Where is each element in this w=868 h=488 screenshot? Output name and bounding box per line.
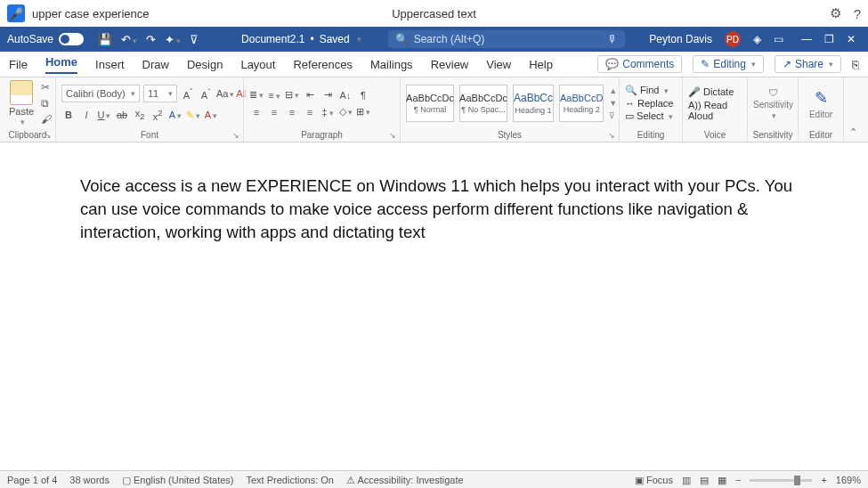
- status-page[interactable]: Page 1 of 4: [7, 475, 57, 485]
- styles-up-icon[interactable]: ▲: [609, 86, 617, 95]
- print-layout-icon[interactable]: ▤: [700, 475, 709, 486]
- help-icon[interactable]: ?: [854, 6, 861, 21]
- redo-icon[interactable]: ↷: [146, 33, 156, 46]
- paste-button[interactable]: Paste: [9, 106, 34, 117]
- tab-references[interactable]: References: [293, 58, 352, 71]
- styles-launcher[interactable]: ↘: [608, 131, 615, 140]
- focus-mode-button[interactable]: ▣ Focus: [635, 475, 673, 486]
- autosave-toggle[interactable]: [59, 33, 84, 45]
- strike-icon[interactable]: ab: [115, 110, 129, 120]
- shading-icon[interactable]: ◇▾: [338, 106, 353, 118]
- italic-icon[interactable]: I: [79, 110, 93, 120]
- qat-more-icon[interactable]: ✦▾: [165, 33, 181, 46]
- document-name[interactable]: Document2.1: [241, 33, 304, 45]
- style-heading1[interactable]: AaBbCcHeading 1: [513, 85, 554, 122]
- styles-down-icon[interactable]: ▼: [609, 99, 617, 108]
- style-no-spacing[interactable]: AaBbCcDc¶ No Spac...: [459, 85, 507, 122]
- format-painter-icon[interactable]: 🖌: [41, 113, 52, 126]
- search-mic-icon[interactable]: 🎙: [607, 33, 618, 45]
- status-words[interactable]: 38 words: [69, 475, 110, 485]
- zoom-in-button[interactable]: +: [821, 475, 826, 485]
- paragraph-launcher[interactable]: ↘: [389, 131, 396, 140]
- text-effects-icon[interactable]: A▾: [168, 110, 183, 120]
- shrink-font-icon[interactable]: Aˇ: [199, 87, 213, 101]
- share-button[interactable]: ↗ Share ▾: [775, 55, 841, 73]
- grow-font-icon[interactable]: Aˆ: [181, 87, 195, 101]
- zoom-level[interactable]: 169%: [836, 475, 861, 485]
- tab-design[interactable]: Design: [187, 58, 223, 71]
- align-left-icon[interactable]: ≡: [249, 107, 264, 118]
- tab-mailings[interactable]: Mailings: [370, 58, 413, 71]
- copy-icon[interactable]: ⧉: [41, 97, 52, 110]
- style-heading2[interactable]: AaBbCcDHeading 2: [559, 85, 604, 122]
- comments-button[interactable]: 💬 Comments: [597, 55, 682, 73]
- find-button[interactable]: 🔍 Find ▾: [625, 85, 673, 96]
- justify-icon[interactable]: ≡: [303, 107, 317, 118]
- zoom-out-button[interactable]: −: [735, 475, 741, 485]
- sort-icon[interactable]: A↓: [338, 90, 353, 101]
- tab-home[interactable]: Home: [45, 55, 77, 74]
- tab-help[interactable]: Help: [529, 58, 553, 71]
- increase-indent-icon[interactable]: ⇥: [320, 89, 335, 101]
- bold-icon[interactable]: B: [61, 110, 76, 120]
- bullets-icon[interactable]: ≣▾: [249, 89, 264, 101]
- document-body-text[interactable]: Voice access is a new EXPERIENCE on Wind…: [80, 175, 797, 244]
- numbering-icon[interactable]: ≡▾: [267, 90, 281, 101]
- read-aloud-button[interactable]: A)) Read Aloud: [688, 100, 742, 121]
- borders-icon[interactable]: ⊞▾: [356, 106, 370, 118]
- tab-view[interactable]: View: [486, 58, 511, 71]
- underline-icon[interactable]: U▾: [97, 110, 111, 120]
- avatar[interactable]: PD: [725, 31, 741, 47]
- multilevel-icon[interactable]: ⊟▾: [285, 89, 299, 101]
- save-icon[interactable]: 💾: [98, 33, 112, 46]
- zoom-slider[interactable]: [750, 479, 812, 482]
- document-canvas[interactable]: Voice access is a new EXPERIENCE on Wind…: [0, 142, 868, 470]
- align-right-icon[interactable]: ≡: [285, 107, 299, 118]
- highlight-icon[interactable]: ✎▾: [186, 110, 200, 121]
- close-button[interactable]: ✕: [847, 33, 856, 45]
- sensitivity-button[interactable]: 🛡 Sensitivity ▾: [753, 87, 793, 120]
- font-launcher[interactable]: ↘: [232, 131, 239, 140]
- style-normal[interactable]: AaBbCcDc¶ Normal: [406, 85, 454, 122]
- select-button[interactable]: ▭ Select ▾: [625, 110, 673, 122]
- tab-draw[interactable]: Draw: [142, 58, 169, 71]
- status-accessibility[interactable]: ⚠ Accessibility: Investigate: [346, 475, 464, 486]
- decrease-indent-icon[interactable]: ⇤: [303, 89, 317, 101]
- settings-icon[interactable]: ⚙: [830, 5, 841, 21]
- replace-button[interactable]: ↔ Replace: [625, 98, 673, 109]
- editing-mode-button[interactable]: ✎ Editing ▾: [693, 55, 764, 73]
- subscript-icon[interactable]: x2: [133, 108, 147, 121]
- font-name-combo[interactable]: Calibri (Body)▾: [61, 85, 140, 102]
- collapse-ribbon-icon[interactable]: ⌃: [849, 126, 857, 138]
- font-color-icon[interactable]: A▾: [204, 110, 218, 120]
- styles-more-icon[interactable]: ⊽: [609, 111, 617, 120]
- align-center-icon[interactable]: ≡: [267, 107, 281, 118]
- line-spacing-icon[interactable]: ‡▾: [320, 107, 335, 118]
- clipboard-launcher[interactable]: ↘: [45, 131, 52, 140]
- search-input[interactable]: 🔍 Search (Alt+Q) 🎙: [388, 30, 625, 48]
- superscript-icon[interactable]: x2: [150, 109, 165, 122]
- tab-file[interactable]: File: [9, 58, 28, 71]
- tab-review[interactable]: Review: [431, 58, 469, 71]
- status-predictions[interactable]: Text Predictions: On: [246, 475, 333, 485]
- tab-layout[interactable]: Layout: [240, 58, 275, 71]
- editor-button[interactable]: ✎ Editor: [804, 88, 838, 119]
- change-case-icon[interactable]: Aa▾: [216, 88, 231, 99]
- web-layout-icon[interactable]: ▦: [718, 475, 726, 486]
- tab-insert[interactable]: Insert: [95, 58, 125, 71]
- qat-customize-icon[interactable]: ⊽: [190, 33, 199, 46]
- cut-icon[interactable]: ✂: [41, 81, 52, 94]
- show-marks-icon[interactable]: ¶: [356, 90, 370, 101]
- read-mode-icon[interactable]: ▥: [682, 475, 691, 486]
- paste-icon[interactable]: [10, 80, 33, 105]
- ribbon-display-icon[interactable]: ▭: [774, 33, 783, 45]
- font-size-combo[interactable]: 11▾: [143, 85, 177, 102]
- maximize-button[interactable]: ❐: [824, 33, 834, 45]
- dictate-button[interactable]: 🎤 Dictate: [688, 86, 742, 98]
- user-name[interactable]: Peyton Davis: [649, 33, 712, 45]
- diamond-icon[interactable]: ◈: [753, 33, 761, 45]
- minimize-button[interactable]: ―: [801, 33, 812, 45]
- undo-icon[interactable]: ↶▾: [121, 33, 137, 46]
- status-lang[interactable]: ▢ English (United States): [122, 475, 234, 486]
- present-icon[interactable]: ⎘: [852, 58, 859, 71]
